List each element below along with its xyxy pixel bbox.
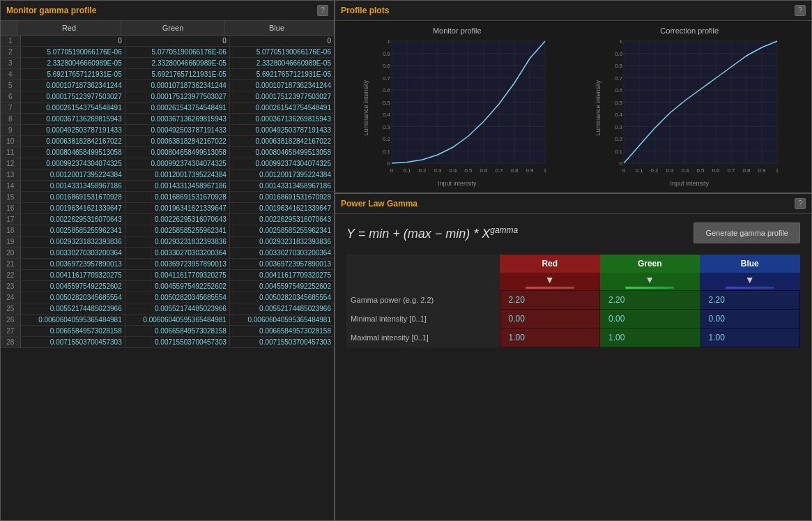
table-row: 180.002585852559623410.00258585255962341… — [1, 225, 334, 236]
monitor-profile-title: Monitor profile — [433, 27, 482, 35]
cell-blue: 0 — [229, 36, 334, 47]
right-panel: Profile plots ? Monitor profile Luminanc… — [335, 0, 812, 521]
cell-green: 0.00258585255962341 — [125, 225, 229, 236]
table-row: 1000 — [1, 36, 334, 47]
col-header-green: Green — [121, 21, 225, 35]
col-header-blue: Blue — [225, 21, 328, 35]
cell-blue: 0.00606040595365484981 — [229, 315, 334, 326]
cell-blue: 0.00502820345685554 — [229, 292, 334, 303]
svg-text:0.9: 0.9 — [383, 51, 391, 57]
cell-red: 0.000107187362341244 — [20, 80, 125, 91]
blue-min-value[interactable]: 0.00 — [705, 312, 796, 326]
table-row: 200.003302703032003640.00330270303200364… — [1, 248, 334, 259]
col-header-red: Red — [17, 21, 121, 35]
green-max-value[interactable]: 1.00 — [604, 331, 696, 345]
table-row: 140.001433134589671860.00143313458967186… — [1, 181, 334, 192]
svg-text:0.2: 0.2 — [383, 136, 391, 142]
cell-green: 0.000107187362341244 — [125, 80, 229, 91]
cell-red: 0.00330270303200364 — [20, 248, 125, 259]
blue-gamma-value[interactable]: 2.20 — [705, 293, 796, 307]
cell-red: 5.07705190066176E-06 — [20, 47, 125, 58]
plots-help[interactable]: ? — [795, 5, 806, 16]
row-number: 24 — [1, 292, 20, 303]
min-intensity-row: Minimal intensity [0..1] 0.00 0.00 0.00 — [346, 310, 800, 329]
formula-row: Y = min + (max − min) * Xgamma Generate … — [346, 222, 800, 243]
row-number: 28 — [1, 337, 20, 348]
table-row: 80.0003671362698159430.00036713626981594… — [1, 114, 334, 125]
svg-text:0.6: 0.6 — [383, 87, 391, 93]
svg-text:0.1: 0.1 — [615, 149, 623, 155]
green-min-value[interactable]: 0.00 — [604, 312, 696, 326]
svg-text:0.8: 0.8 — [743, 167, 751, 174]
cell-green: 5.69217657121931E-05 — [125, 69, 229, 80]
col-blue: Blue — [700, 255, 800, 273]
row-number: 11 — [1, 147, 20, 158]
row-number: 19 — [1, 236, 20, 248]
power-help[interactable]: ? — [795, 198, 806, 209]
row-number: 17 — [1, 214, 20, 225]
blue-max-value[interactable]: 1.00 — [705, 331, 796, 345]
gamma-label: Gamma power (e.g. 2.2) — [346, 291, 500, 310]
row-number: 15 — [1, 192, 20, 203]
row-number: 13 — [1, 169, 20, 181]
red-gamma-value[interactable]: 2.20 — [505, 293, 596, 307]
correction-y-label: Luminance intensity — [595, 80, 602, 136]
svg-text:0.1: 0.1 — [403, 167, 411, 174]
svg-text:0.9: 0.9 — [526, 167, 534, 174]
red-max-value[interactable]: 1.00 — [505, 331, 596, 345]
svg-text:0.2: 0.2 — [651, 167, 659, 174]
svg-text:1: 1 — [776, 167, 779, 174]
left-panel-help[interactable]: ? — [317, 5, 328, 16]
svg-text:0.8: 0.8 — [615, 63, 623, 69]
cell-green: 0.000638182842167022 — [125, 136, 229, 147]
cell-red: 0.00258585255962341 — [20, 225, 125, 236]
max-intensity-row: Maximal intensity [0..1] 1.00 1.00 1.00 — [346, 329, 800, 347]
correction-svg-wrap: 1 0.9 0.8 0.7 0.6 0.5 0.4 0.3 0.2 0.1 0 — [603, 38, 784, 179]
svg-text:0.8: 0.8 — [383, 63, 391, 69]
data-table: 100025.07705190066176E-065.0770519006617… — [1, 36, 334, 348]
cell-green: 0.00411617709320275 — [125, 270, 229, 281]
row-number: 22 — [1, 270, 20, 281]
cell-blue: 0.000492503787191433 — [229, 125, 334, 136]
row-number: 20 — [1, 248, 20, 259]
power-section: Power Law Gamma ? Y = min + (max − min) … — [335, 193, 812, 521]
col-red: Red — [500, 255, 600, 273]
table-row: 270.006658495730281580.00665849573028158… — [1, 326, 334, 337]
cell-green: 0.000261543754548491 — [125, 103, 229, 114]
row-number: 5 — [1, 80, 20, 91]
svg-text:0.6: 0.6 — [712, 167, 721, 174]
max-label: Maximal intensity [0..1] — [346, 329, 500, 347]
svg-text:0.7: 0.7 — [615, 75, 623, 82]
cell-green: 0.00143313458967186 — [125, 181, 229, 192]
red-min-value[interactable]: 0.00 — [505, 312, 596, 326]
cell-red: 0.00120017395224384 — [20, 169, 125, 181]
cell-blue: 2.33280046660989E-05 — [229, 58, 334, 69]
row-number: 23 — [1, 281, 20, 292]
cell-red: 0.00715503700457303 — [20, 337, 125, 348]
cell-blue: 0.00715503700457303 — [229, 337, 334, 348]
svg-text:0.6: 0.6 — [615, 87, 623, 93]
cell-blue: 0.000175123977503027 — [229, 91, 334, 103]
generate-btn[interactable]: Generate gamma profile — [694, 222, 800, 243]
row-number: 12 — [1, 158, 20, 169]
left-panel-title: Monitor gamma profile — [6, 6, 317, 15]
monitor-svg-wrap: 1 0.9 0.8 0.7 0.6 0.5 0.4 0.3 0.2 0.1 0 — [371, 38, 552, 179]
table-row: 130.001200173952243840.00120017395224384… — [1, 169, 334, 181]
plots-header: Profile plots ? — [335, 1, 811, 21]
cell-blue: 0.000638182842167022 — [229, 136, 334, 147]
correction-chart-wrap: Luminance intensity — [595, 38, 784, 179]
power-header: Power Law Gamma ? — [335, 194, 811, 214]
cell-red: 0.00293231832393836 — [20, 236, 125, 248]
cell-blue: 0.00411617709320275 — [229, 270, 334, 281]
table-row: 250.005521744850239660.00552174485023966… — [1, 303, 334, 315]
svg-text:0.4: 0.4 — [449, 167, 457, 174]
table-scroll[interactable]: 100025.07705190066176E-065.0770519006617… — [1, 36, 334, 520]
cell-blue: 0.00665849573028158 — [229, 326, 334, 337]
green-gamma-value[interactable]: 2.20 — [604, 293, 696, 307]
correction-profile-chart: Correction profile Luminance intensity — [574, 27, 806, 187]
row-number: 9 — [1, 125, 20, 136]
svg-text:0.3: 0.3 — [383, 124, 391, 130]
monitor-x-label: Input intensity — [438, 180, 477, 187]
row-number: 18 — [1, 225, 20, 236]
cell-red: 0.000367136269815943 — [20, 114, 125, 125]
